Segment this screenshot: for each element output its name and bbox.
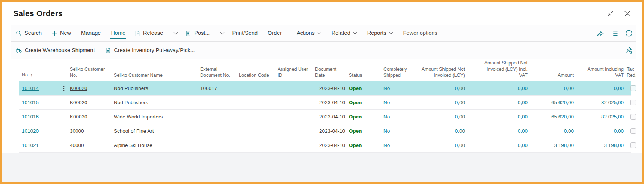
sell-to-customer-no-cell: K00030 [68,114,112,120]
table-row[interactable]: 101020 30000 School of Fine Art 2023-04-… [19,124,631,138]
order-no-link[interactable]: 101014 [22,85,39,91]
table-row[interactable]: 101016 K00030 Wide World Importers 2023-… [19,110,631,124]
reports-menu[interactable]: Reports [366,29,394,37]
release-document-icon [134,30,140,36]
sell-to-customer-no-cell: 40000 [68,142,112,148]
order-no-link[interactable]: 101020 [22,128,39,134]
sell-to-customer-no-cell: 30000 [68,128,112,134]
tax-red-checkbox [630,128,636,134]
command-bar: Search New Manage Home [11,25,636,41]
share-button[interactable] [594,27,606,39]
status-cell: Open [347,128,381,134]
manage-menu[interactable]: Manage [80,29,101,37]
sell-to-customer-no-cell[interactable]: K00020 [68,85,112,91]
sales-orders-table: No.↑ Sell-to Customer No. Sell-to Custom… [19,59,631,153]
column-header-assigned-user-id[interactable]: Assigned User ID [275,66,313,81]
order-no-link[interactable]: 101016 [22,114,39,120]
amount-shipped-not-invoiced-cell: 0,00 [413,114,466,120]
search-button[interactable]: Search [15,29,42,37]
amount-shipped-not-invoiced-vat-cell: 0,00 [466,142,528,148]
column-header-external-document-no[interactable]: External Document No. [198,66,237,81]
info-icon [625,30,633,37]
amount-cell: 0,00 [528,128,575,134]
status-cell: Open [347,85,381,91]
amount-shipped-not-invoiced-cell: 0,00 [413,128,466,134]
row-ellipsis-icon[interactable] [60,85,68,91]
post-button[interactable]: Post... [185,29,210,37]
sales-orders-window: Sales Orders Search [0,0,644,184]
actions-menu[interactable]: Actions [296,29,322,37]
page-title: Sales Orders [13,9,63,18]
related-menu[interactable]: Related [331,29,358,37]
split-divider [217,30,217,37]
split-divider [170,30,170,37]
column-header-no[interactable]: No.↑ [19,72,60,81]
show-list-button[interactable] [609,27,621,39]
column-header-amount-including-vat[interactable]: Amount Including VAT [575,66,624,81]
column-header-location-code[interactable]: Location Code [237,72,275,81]
status-cell: Open [347,142,381,148]
column-header-amount-shipped-not-invoiced-vat[interactable]: Amount Shipped Not Invoiced (LCY) Incl. … [466,60,528,81]
status-cell: Open [347,100,381,105]
column-header-completely-shipped[interactable]: Completely Shipped [381,66,413,81]
sell-to-customer-name-cell: Nod Publishers [112,100,198,105]
group-divider [290,29,290,38]
collapse-window-icon[interactable] [605,8,616,19]
amount-including-vat-cell: 0,00 [575,128,624,134]
amount-shipped-not-invoiced-vat-cell: 0,00 [466,114,528,120]
amount-including-vat-cell: 0,00 [575,85,624,91]
tax-red-checkbox [630,100,636,105]
table-row[interactable]: 101014 K00020 Nod Publishers 106017 2023… [19,81,631,96]
column-header-sell-to-customer-no[interactable]: Sell-to Customer No. [68,66,112,81]
document-date-cell: 2023-04-10 [313,100,347,105]
column-header-document-date[interactable]: Document Date [313,66,347,81]
completely-shipped-cell: No [381,100,413,105]
order-no-link[interactable]: 101015 [22,100,39,105]
info-button[interactable] [623,27,635,39]
create-warehouse-shipment-button[interactable]: Create Warehouse Shipment [15,46,95,55]
column-header-status[interactable]: Status [347,72,381,81]
column-header-sell-to-customer-name[interactable]: Sell-to Customer Name [112,72,198,81]
document-date-cell: 2023-04-10 [313,85,347,91]
share-icon [597,30,604,37]
column-header-tax-red[interactable]: Tax Red. [624,66,642,81]
table-row[interactable]: 101021 40000 Alpine Ski House 2023-04-10… [19,138,631,153]
close-icon[interactable] [621,8,633,19]
table-row[interactable]: 101015 K00020 Nod Publishers 2023-04-10 … [19,96,631,110]
release-button[interactable]: Release [134,29,164,37]
external-document-no-cell: 106017 [198,85,237,91]
amount-cell: 65 620,00 [528,114,575,120]
post-dropdown-button[interactable] [219,31,225,36]
actions-bar: Create Warehouse Shipment Create Invento… [11,41,636,59]
chevron-down-icon [389,32,393,34]
column-header-amount[interactable]: Amount [528,72,575,81]
tax-red-checkbox [630,114,636,120]
amount-shipped-not-invoiced-cell: 0,00 [413,100,466,105]
search-icon [16,30,22,36]
print-send-menu[interactable]: Print/Send [231,29,258,37]
plus-icon [52,30,57,36]
fewer-options-button[interactable]: Fewer options [403,29,438,37]
document-date-cell: 2023-04-10 [313,114,347,120]
inventory-document-icon [105,47,111,54]
tab-home[interactable]: Home [110,29,126,37]
unpin-button[interactable] [623,44,635,56]
sell-to-customer-no-cell: K00020 [68,100,112,105]
create-inventory-putaway-pick-button[interactable]: Create Inventory Put-away/Pick... [104,46,195,55]
column-header-amount-shipped-not-invoiced[interactable]: Amount Shipped Not Invoiced (LCY) [413,66,466,81]
order-menu[interactable]: Order [267,29,282,37]
sort-ascending-icon: ↑ [30,72,32,78]
release-dropdown-button[interactable] [173,31,179,36]
title-bar: Sales Orders [2,2,642,25]
document-date-cell: 2023-04-10 [313,142,347,148]
amount-cell: 0,00 [528,85,575,91]
amount-shipped-not-invoiced-cell: 0,00 [413,85,466,91]
amount-shipped-not-invoiced-cell: 0,00 [413,142,466,148]
order-no-link[interactable]: 101021 [22,142,39,148]
chevron-down-icon [220,32,225,35]
new-button[interactable]: New [51,29,72,37]
sell-to-customer-name-cell: Wide World Importers [112,114,198,120]
chevron-down-icon [173,32,178,35]
amount-shipped-not-invoiced-vat-cell: 0,00 [466,85,528,91]
amount-cell: 3 198,00 [528,142,575,148]
